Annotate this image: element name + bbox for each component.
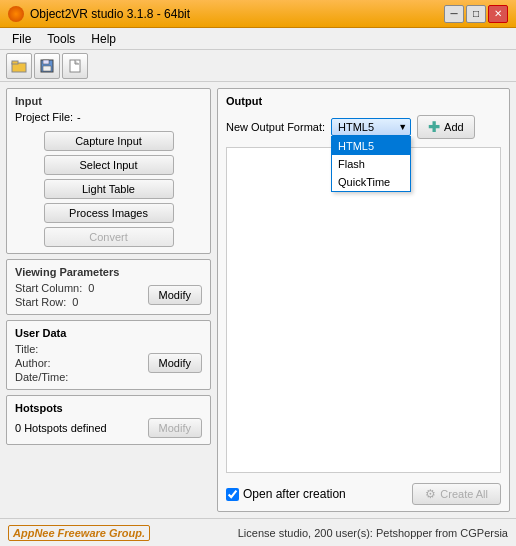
selected-format-text: HTML5	[338, 121, 374, 133]
start-row-label: Start Row:	[15, 296, 66, 308]
hotspots-title: Hotspots	[15, 402, 202, 414]
title-buttons: ─ □ ✕	[444, 5, 508, 23]
create-all-button[interactable]: ⚙ Create All	[412, 483, 501, 505]
output-format-dropdown-container: HTML5 ▼ HTML5 Flash QuickTime	[331, 118, 411, 136]
add-output-button[interactable]: ✚ Add	[417, 115, 475, 139]
menu-file[interactable]: File	[4, 30, 39, 48]
project-file-row: Project File: -	[15, 111, 202, 123]
bottom-bar: AppNee Freeware Group. License studio, 2…	[0, 518, 516, 546]
format-select-wrapper: HTML5 ▼ HTML5 Flash QuickTime	[331, 118, 411, 136]
start-row-row: Start Row: 0	[15, 296, 94, 308]
viewing-params-fields: Start Column: 0 Start Row: 0	[15, 282, 94, 308]
toolbar-open-button[interactable]	[6, 53, 32, 79]
output-format-row: New Output Format: HTML5 ▼ HTML5 Flash Q…	[218, 111, 509, 143]
toolbar-save-button[interactable]	[34, 53, 60, 79]
open-after-checkbox[interactable]	[226, 488, 239, 501]
dropdown-arrow-icon: ▼	[398, 122, 407, 132]
input-section-title: Input	[15, 95, 202, 107]
new-file-icon	[68, 59, 82, 73]
viewing-parameters-section: Viewing Parameters Start Column: 0 Start…	[6, 259, 211, 315]
convert-button[interactable]: Convert	[44, 227, 174, 247]
output-list-area	[226, 147, 501, 473]
format-option-quicktime[interactable]: QuickTime	[332, 173, 410, 191]
user-data-content: Title: Author: Date/Time: Modify	[15, 343, 202, 383]
start-column-label: Start Column:	[15, 282, 82, 294]
restore-button[interactable]: □	[466, 5, 486, 23]
window-title: Object2VR studio 3.1.8 - 64bit	[30, 7, 190, 21]
format-dropdown-list: HTML5 Flash QuickTime	[331, 136, 411, 192]
menu-tools[interactable]: Tools	[39, 30, 83, 48]
add-icon: ✚	[428, 119, 440, 135]
title-field-label: Title:	[15, 343, 75, 355]
project-file-label: Project File:	[15, 111, 73, 123]
output-format-label: New Output Format:	[226, 121, 325, 133]
hotspots-row: 0 Hotspots defined Modify	[15, 418, 202, 438]
author-field-row: Author:	[15, 357, 79, 369]
capture-input-button[interactable]: Capture Input	[44, 131, 174, 151]
title-bar-left: Object2VR studio 3.1.8 - 64bit	[8, 6, 190, 22]
title-field-row: Title:	[15, 343, 79, 355]
start-column-row: Start Column: 0	[15, 282, 94, 294]
create-all-icon: ⚙	[425, 487, 436, 501]
add-button-label: Add	[444, 121, 464, 133]
create-all-label: Create All	[440, 488, 488, 500]
license-text: License studio, 200 user(s): Petshopper …	[238, 527, 508, 539]
process-images-button[interactable]: Process Images	[44, 203, 174, 223]
minimize-button[interactable]: ─	[444, 5, 464, 23]
start-row-value: 0	[72, 296, 78, 308]
svg-rect-1	[12, 61, 18, 64]
start-column-value: 0	[88, 282, 94, 294]
viewing-parameters-title: Viewing Parameters	[15, 266, 202, 278]
save-icon	[40, 59, 54, 73]
menu-help[interactable]: Help	[83, 30, 124, 48]
viewing-params-content: Start Column: 0 Start Row: 0 Modify	[15, 282, 202, 308]
toolbar	[0, 50, 516, 82]
user-data-fields: Title: Author: Date/Time:	[15, 343, 79, 383]
format-option-html5[interactable]: HTML5	[332, 137, 410, 155]
user-data-modify-button[interactable]: Modify	[148, 353, 202, 373]
light-table-button[interactable]: Light Table	[44, 179, 174, 199]
datetime-field-label: Date/Time:	[15, 371, 75, 383]
svg-rect-3	[43, 60, 49, 64]
output-section: Output New Output Format: HTML5 ▼ HTML5	[217, 88, 510, 512]
close-button[interactable]: ✕	[488, 5, 508, 23]
hotspots-modify-button[interactable]: Modify	[148, 418, 202, 438]
right-panel: Output New Output Format: HTML5 ▼ HTML5	[217, 88, 510, 512]
viewing-params-modify-button[interactable]: Modify	[148, 285, 202, 305]
input-section: Input Project File: - Capture Input Sele…	[6, 88, 211, 254]
open-folder-icon	[11, 59, 27, 73]
format-dropdown-trigger[interactable]: HTML5 ▼	[331, 118, 411, 136]
svg-rect-4	[43, 66, 51, 71]
input-buttons: Capture Input Select Input Light Table P…	[15, 131, 202, 247]
main-content: Input Project File: - Capture Input Sele…	[0, 82, 516, 518]
user-data-title: User Data	[15, 327, 202, 339]
user-data-section: User Data Title: Author: Date/Time:	[6, 320, 211, 390]
app-icon	[8, 6, 24, 22]
hotspots-count: 0 Hotspots defined	[15, 422, 140, 434]
menu-bar: File Tools Help	[0, 28, 516, 50]
hotspots-section: Hotspots 0 Hotspots defined Modify	[6, 395, 211, 445]
datetime-field-row: Date/Time:	[15, 371, 79, 383]
right-bottom-controls: Open after creation ⚙ Create All	[218, 477, 509, 511]
project-file-value: -	[77, 111, 81, 123]
select-input-button[interactable]: Select Input	[44, 155, 174, 175]
open-after-label: Open after creation	[243, 487, 346, 501]
title-bar: Object2VR studio 3.1.8 - 64bit ─ □ ✕	[0, 0, 516, 28]
toolbar-new-button[interactable]	[62, 53, 88, 79]
appnee-brand: AppNee Freeware Group.	[8, 525, 150, 541]
author-field-label: Author:	[15, 357, 75, 369]
format-option-flash[interactable]: Flash	[332, 155, 410, 173]
output-title: Output	[218, 89, 509, 111]
left-panel: Input Project File: - Capture Input Sele…	[6, 88, 211, 512]
open-after-creation-row: Open after creation	[226, 487, 346, 501]
